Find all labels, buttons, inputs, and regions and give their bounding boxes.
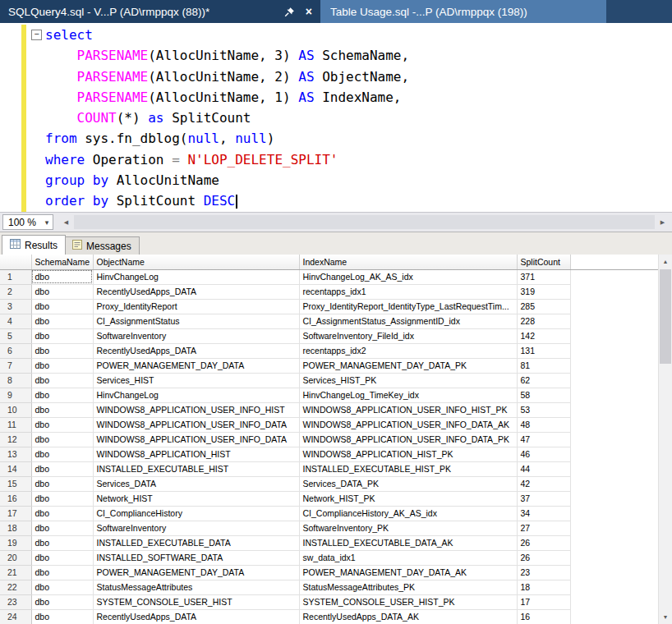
grid-cell[interactable]: WINDOWS8_APPLICATION_HIST_PK [299, 447, 517, 461]
grid-cell[interactable]: dbo [31, 580, 93, 594]
grid-cell[interactable]: INSTALLED_EXECUTABLE_DATA [93, 535, 299, 550]
grid-cell[interactable]: dbo [31, 417, 93, 432]
grid-cell[interactable]: WINDOWS8_APPLICATION_USER_INFO_DATA [93, 432, 299, 447]
grid-cell[interactable]: 46 [517, 447, 570, 461]
row-number[interactable]: 3 [0, 299, 31, 314]
code-line[interactable]: PARSENAME(AllocUnitName, 3) AS SchemaNam… [45, 45, 409, 66]
grid-cell[interactable]: RecentlyUsedApps_DATA [93, 284, 299, 299]
tab-sqlquery4[interactable]: SQLQuery4.sql - V...P (AD\rmppqx (88))* … [0, 0, 320, 23]
grid-cell[interactable]: WINDOWS8_APPLICATION_USER_INFO_DATA_AK [299, 417, 517, 432]
grid-cell[interactable]: WINDOWS8_APPLICATION_USER_INFO_HIST [93, 402, 299, 417]
grid-cell[interactable]: recentapps_idx2 [299, 343, 517, 358]
code-line[interactable]: PARSENAME(AllocUnitName, 2) AS ObjectNam… [45, 67, 409, 87]
hscroll-left-arrow[interactable]: ◀ [59, 214, 73, 230]
tab-table-usage[interactable]: Table Usage.sql -...P (AD\rmppqx (198)) [320, 0, 606, 23]
zoom-level-select[interactable]: 100 % ▾ [2, 214, 53, 230]
row-number[interactable]: 2 [0, 284, 31, 299]
grid-cell[interactable]: dbo [31, 521, 93, 535]
grid-cell[interactable]: 142 [517, 328, 570, 343]
grid-cell[interactable]: 81 [517, 358, 570, 373]
grid-cell[interactable]: 285 [517, 299, 570, 314]
sql-editor[interactable]: − select PARSENAME(AllocUnitName, 3) AS … [0, 23, 672, 212]
row-number[interactable]: 23 [0, 594, 31, 609]
grid-cell[interactable]: HinvChangeLog [93, 269, 299, 284]
row-number[interactable]: 22 [0, 580, 31, 594]
grid-cell[interactable]: StatusMessageAttributes [93, 580, 299, 594]
grid-cell[interactable]: dbo [31, 476, 93, 491]
row-number[interactable]: 20 [0, 550, 31, 565]
code-collapse-toggle[interactable]: − [31, 30, 42, 40]
grid-cell[interactable]: 26 [517, 535, 570, 550]
column-header-objectname[interactable]: ObjectName [93, 255, 299, 269]
code-line[interactable]: where Operation = N'LOP_DELETE_SPLIT' [45, 149, 409, 170]
grid-cell[interactable]: SYSTEM_CONSOLE_USER_HIST [93, 594, 299, 609]
grid-cell[interactable]: dbo [31, 388, 93, 402]
code-line[interactable]: select [45, 25, 409, 45]
row-number[interactable]: 16 [0, 491, 31, 506]
grid-cell[interactable]: dbo [31, 299, 93, 314]
grid-cell[interactable]: dbo [31, 609, 93, 624]
grid-cell[interactable]: dbo [31, 565, 93, 580]
grid-cell[interactable]: RecentlyUsedApps_DATA [93, 343, 299, 358]
row-number[interactable]: 8 [0, 373, 31, 388]
grid-cell[interactable]: 34 [517, 506, 570, 521]
row-number[interactable]: 13 [0, 447, 31, 461]
grid-cell[interactable]: Services_DATA [93, 476, 299, 491]
grid-cell[interactable]: dbo [31, 284, 93, 299]
grid-cell[interactable]: INSTALLED_SOFTWARE_DATA [93, 550, 299, 565]
hscroll-thumb[interactable] [74, 215, 655, 229]
row-number[interactable]: 1 [0, 269, 31, 284]
grid-cell[interactable]: dbo [31, 314, 93, 328]
grid-cell[interactable]: dbo [31, 535, 93, 550]
grid-cell[interactable]: 23 [517, 565, 570, 580]
grid-cell[interactable]: dbo [31, 432, 93, 447]
scroll-up-arrow[interactable]: ▲ [659, 255, 672, 268]
grid-cell[interactable]: POWER_MANAGEMENT_DAY_DATA [93, 565, 299, 580]
row-number[interactable]: 5 [0, 328, 31, 343]
grid-cell[interactable]: WINDOWS8_APPLICATION_USER_INFO_DATA [93, 417, 299, 432]
hscroll-right-arrow[interactable]: ▶ [656, 214, 670, 230]
grid-cell[interactable]: INSTALLED_EXECUTABLE_HIST_PK [299, 461, 517, 476]
grid-cell[interactable]: SoftwareInventory_FileId_idx [299, 328, 517, 343]
code-line[interactable]: from sys.fn_dblog(null, null) [45, 128, 409, 149]
row-number[interactable]: 14 [0, 461, 31, 476]
grid-cell[interactable]: CI_AssignmentStatus_AssignmentID_idx [299, 314, 517, 328]
grid-cell[interactable]: SoftwareInventory [93, 328, 299, 343]
grid-cell[interactable]: 319 [517, 284, 570, 299]
row-number[interactable]: 7 [0, 358, 31, 373]
grid-cell[interactable]: 26 [517, 550, 570, 565]
grid-cell[interactable]: dbo [31, 358, 93, 373]
column-header-splitcount[interactable]: SplitCount [517, 255, 570, 269]
grid-cell[interactable]: CI_ComplianceHistory [93, 506, 299, 521]
grid-cell[interactable]: POWER_MANAGEMENT_DAY_DATA [93, 358, 299, 373]
grid-cell[interactable]: 48 [517, 417, 570, 432]
grid-cell[interactable]: HinvChangeLog_TimeKey_idx [299, 388, 517, 402]
row-number[interactable]: 18 [0, 521, 31, 535]
column-header-schemaname[interactable]: SchemaName [31, 255, 93, 269]
column-header-indexname[interactable]: IndexName [299, 255, 517, 269]
row-number[interactable]: 15 [0, 476, 31, 491]
grid-cell[interactable]: 18 [517, 580, 570, 594]
grid-cell[interactable]: recentapps_idx1 [299, 284, 517, 299]
code-line[interactable]: group by AllocUnitName [45, 170, 409, 190]
row-number[interactable]: 17 [0, 506, 31, 521]
pin-icon[interactable] [284, 6, 296, 17]
row-number[interactable]: 24 [0, 609, 31, 624]
row-number[interactable]: 4 [0, 314, 31, 328]
grid-cell[interactable]: 16 [517, 609, 570, 624]
code-line[interactable]: order by SplitCount DESC [45, 190, 409, 211]
row-number-header[interactable] [0, 255, 31, 269]
hscroll-track[interactable] [74, 214, 655, 230]
vertical-scrollbar[interactable]: ▲ ▼ [658, 255, 672, 624]
tab-messages[interactable]: Messages [64, 236, 140, 255]
grid-cell[interactable]: StatusMessageAttributes_PK [299, 580, 517, 594]
grid-cell[interactable]: RecentlyUsedApps_DATA [93, 609, 299, 624]
grid-cell[interactable]: 371 [517, 269, 570, 284]
grid-cell[interactable]: INSTALLED_EXECUTABLE_HIST [93, 461, 299, 476]
tab-results[interactable]: Results [2, 235, 66, 255]
row-number[interactable]: 12 [0, 432, 31, 447]
grid-cell[interactable]: SoftwareInventory [93, 521, 299, 535]
row-number[interactable]: 11 [0, 417, 31, 432]
grid-cell[interactable]: 37 [517, 491, 570, 506]
code-area[interactable]: select PARSENAME(AllocUnitName, 3) AS Sc… [45, 25, 409, 212]
